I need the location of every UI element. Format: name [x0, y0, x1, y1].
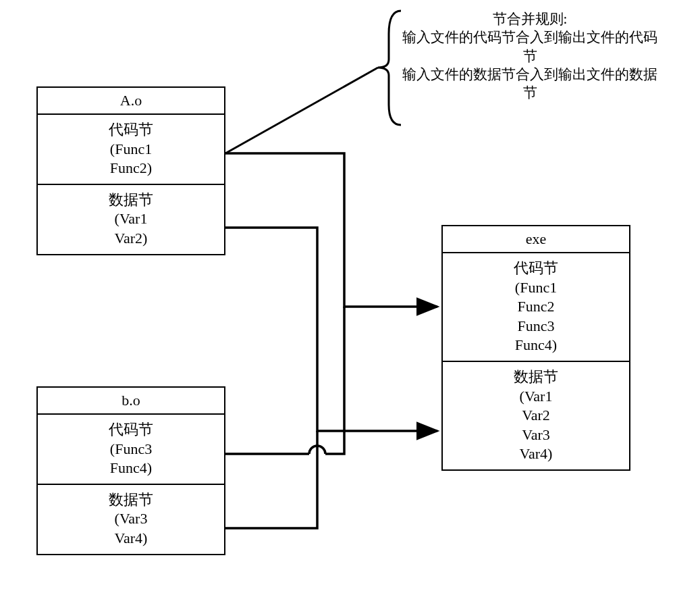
box-exe-code-label: 代码节 — [443, 259, 629, 278]
box-a-o: A.o 代码节 (Func1 Func2) 数据节 (Var1 Var2) — [36, 86, 225, 255]
box-b-code-item1: (Func3 — [38, 440, 224, 459]
box-a-code-section: 代码节 (Func1 Func2) — [38, 115, 224, 184]
rule-line2: 输入文件的数据节合入到输出文件的数据节 — [402, 66, 658, 103]
box-b-data-label: 数据节 — [38, 490, 224, 510]
box-exe-data-item2: Var2 — [443, 406, 629, 426]
box-b-data-section: 数据节 (Var3 Var4) — [38, 484, 224, 554]
box-exe-data-section: 数据节 (Var1 Var2 Var3 Var4) — [443, 361, 629, 469]
box-a-data-item2: Var2) — [38, 229, 224, 249]
box-exe-code-item1: (Func1 — [443, 278, 629, 298]
box-a-data-label: 数据节 — [38, 190, 224, 210]
box-b-code-label: 代码节 — [38, 420, 224, 440]
box-exe: exe 代码节 (Func1 Func2 Func3 Func4) 数据节 (V… — [441, 225, 630, 471]
box-exe-title: exe — [443, 226, 629, 253]
rule-callout: 节合并规则: 输入文件的代码节合入到输出文件的代码节 输入文件的数据节合入到输出… — [402, 10, 658, 102]
box-exe-data-item1: (Var1 — [443, 387, 629, 407]
box-b-code-item2: Func4) — [38, 459, 224, 478]
rule-line1: 输入文件的代码节合入到输出文件的代码节 — [402, 28, 658, 66]
box-b-o: b.o 代码节 (Func3 Func4) 数据节 (Var3 Var4) — [36, 386, 225, 555]
box-exe-data-item3: Var3 — [443, 426, 629, 445]
rule-title: 节合并规则: — [402, 10, 658, 28]
box-a-title: A.o — [38, 88, 224, 115]
box-a-code-item1: (Func1 — [38, 140, 224, 159]
box-exe-code-item3: Func3 — [443, 317, 629, 336]
box-a-data-section: 数据节 (Var1 Var2) — [38, 184, 224, 254]
box-exe-data-item4: Var4) — [443, 444, 629, 464]
box-a-code-item2: Func2) — [38, 159, 224, 178]
box-a-code-label: 代码节 — [38, 120, 224, 140]
box-b-title: b.o — [38, 388, 224, 415]
box-exe-code-section: 代码节 (Func1 Func2 Func3 Func4) — [443, 253, 629, 361]
box-exe-data-label: 数据节 — [443, 367, 629, 387]
box-a-data-item1: (Var1 — [38, 209, 224, 229]
box-b-data-item1: (Var3 — [38, 509, 224, 529]
box-b-code-section: 代码节 (Func3 Func4) — [38, 415, 224, 484]
rule-bracket — [375, 7, 402, 128]
box-exe-code-item2: Func2 — [443, 297, 629, 317]
box-exe-code-item4: Func4) — [443, 336, 629, 355]
svg-line-1 — [225, 68, 378, 153]
box-b-data-item2: Var4) — [38, 529, 224, 548]
